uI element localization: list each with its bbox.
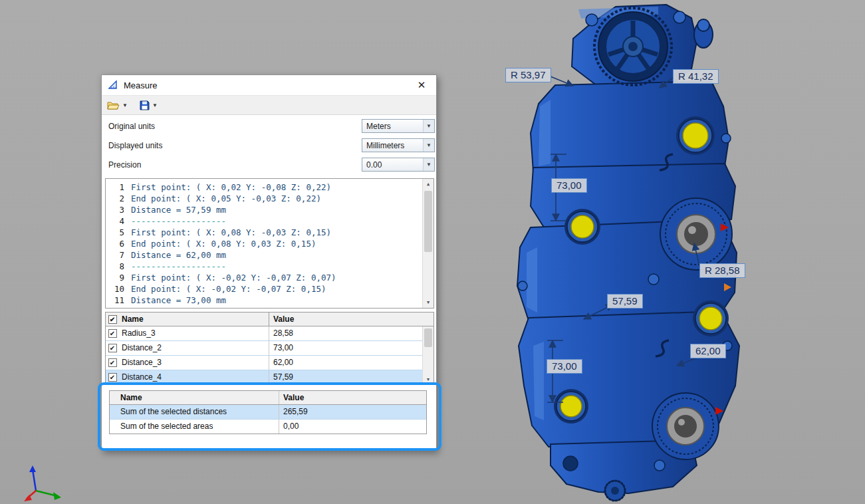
summary-table: Name Value Sum of the selected distances…: [109, 390, 427, 434]
dimension-label-57[interactable]: 57,59: [607, 294, 643, 309]
z-axis-arrow: [29, 465, 36, 472]
log-line: 5First point: ( X: 0,08 Y: -0,03 Z: 0,15…: [106, 227, 422, 238]
measurements-rows: ✔Radius_328,58✔Distance_273,00✔Distance_…: [106, 326, 422, 384]
measurement-value: 73,00: [269, 341, 422, 355]
save-button[interactable]: ▼: [140, 100, 158, 110]
field-row-displayed-units: Displayed units Millimeters ▼: [102, 136, 436, 155]
log-line-number: 9: [106, 272, 131, 283]
log-line-number: 8: [106, 261, 131, 272]
summary-name: Sum of the selected areas: [110, 420, 279, 434]
summary-name: Sum of the selected distances: [110, 405, 279, 419]
measurements-table: ✔ Name Value ✔Radius_328,58✔Distance_273…: [105, 312, 434, 385]
y-axis-arrow: [53, 492, 61, 500]
measurement-row[interactable]: ✔Radius_328,58: [106, 326, 422, 341]
dimension-label-73-lower[interactable]: 73,00: [547, 359, 582, 374]
measure-icon: [108, 80, 118, 90]
measurement-log[interactable]: 1First point: ( X: 0,02 Y: -0,08 Z: 0,22…: [105, 178, 434, 309]
open-dropdown-arrow[interactable]: ▼: [122, 102, 128, 108]
log-line: 10End point: ( X: -0,02 Y: -0,07 Z: 0,15…: [106, 283, 422, 295]
precision-label: Precision: [108, 160, 141, 170]
log-scrollbar[interactable]: ▲ ▼: [422, 179, 433, 308]
field-row-precision: Precision 0.00 ▼: [102, 155, 436, 174]
dimension-label-radius-41[interactable]: R 41,32: [673, 69, 719, 84]
dimension-label-radius-28[interactable]: R 28,58: [699, 263, 745, 278]
row-checkbox-cell: ✔: [106, 370, 119, 384]
coordinate-triad[interactable]: [24, 464, 66, 504]
scroll-down-icon[interactable]: ▼: [423, 297, 433, 308]
header-value[interactable]: Value: [269, 313, 433, 326]
header-value: Value: [279, 391, 426, 404]
log-line: 4-------------------: [106, 215, 422, 227]
original-units-value: Meters: [366, 122, 391, 131]
dimension-label-73-upper[interactable]: 73,00: [551, 178, 587, 193]
measure-dialog: Measure ✕ ▼ ▼ Original units Meters ▼: [101, 74, 437, 451]
precision-value: 0.00: [366, 160, 382, 170]
measurement-name: Distance_4: [119, 370, 269, 384]
log-line-text: Distance = 57,59 mm: [131, 204, 226, 215]
log-line-number: 10: [106, 283, 131, 295]
displayed-units-label: Displayed units: [108, 141, 162, 150]
open-folder-icon: [107, 100, 120, 110]
measurement-row[interactable]: ✔Distance_362,00: [106, 356, 422, 370]
chevron-down-icon[interactable]: ▼: [423, 158, 434, 171]
log-lines: 1First point: ( X: 0,02 Y: -0,08 Z: 0,22…: [106, 179, 422, 308]
scroll-down-icon[interactable]: ▼: [423, 374, 433, 384]
measurement-row[interactable]: ✔Distance_457,59: [106, 370, 422, 385]
chevron-down-icon[interactable]: ▼: [423, 120, 434, 132]
log-line: 11Distance = 73,00 mm: [106, 295, 422, 306]
measurements-table-header: ✔ Name Value: [106, 313, 433, 326]
row-checkbox-cell: ✔: [106, 341, 119, 355]
summary-value: 265,59: [279, 405, 426, 419]
measurement-value: 57,59: [269, 370, 422, 384]
bottom-spline-shaft: [605, 481, 625, 501]
dimension-label-62[interactable]: 62,00: [690, 344, 726, 358]
save-dropdown-arrow[interactable]: ▼: [152, 102, 158, 108]
original-units-label: Original units: [108, 122, 155, 131]
precision-select[interactable]: 0.00 ▼: [362, 158, 435, 172]
row-checkbox[interactable]: ✔: [108, 329, 117, 338]
summary-row[interactable]: Sum of the selected areas0,00: [110, 420, 426, 434]
log-line-text: First point: ( X: -0,02 Y: -0,07 Z: 0,07…: [131, 272, 336, 283]
summary-row[interactable]: Sum of the selected distances265,59: [110, 405, 426, 420]
measurement-name: Distance_3: [119, 356, 269, 370]
original-units-select[interactable]: Meters ▼: [362, 119, 435, 133]
log-scroll-thumb[interactable]: [424, 191, 432, 252]
log-line-text: -------------------: [131, 261, 226, 272]
dialog-titlebar[interactable]: Measure ✕: [102, 75, 436, 95]
row-checkbox[interactable]: ✔: [108, 358, 117, 367]
header-checkbox-cell: ✔: [106, 313, 119, 326]
table-scroll-thumb[interactable]: [424, 328, 432, 347]
open-button[interactable]: ▼: [107, 100, 128, 110]
measurement-name: Radius_3: [119, 326, 269, 340]
log-line-number: 7: [106, 249, 131, 261]
summary-value: 0,00: [279, 420, 426, 434]
displayed-units-select[interactable]: Millimeters ▼: [362, 138, 435, 152]
close-icon[interactable]: ✕: [413, 78, 430, 92]
log-line-number: 1: [106, 182, 131, 193]
row-checkbox[interactable]: ✔: [108, 373, 117, 382]
log-line-number: 3: [106, 204, 131, 215]
log-line-number: 5: [106, 227, 131, 238]
log-line-text: Distance = 73,00 mm: [131, 295, 226, 306]
log-line-text: End point: ( X: 0,08 Y: 0,03 Z: 0,15): [131, 238, 316, 249]
log-line-text: End point: ( X: 0,05 Y: -0,03 Z: 0,22): [131, 193, 321, 204]
dialog-toolbar: ▼ ▼: [102, 95, 436, 115]
row-checkbox-cell: ✔: [106, 326, 119, 340]
chevron-down-icon[interactable]: ▼: [423, 139, 434, 152]
table-scrollbar[interactable]: ▼: [422, 326, 433, 384]
displayed-units-value: Millimeters: [366, 141, 404, 150]
log-line-number: 2: [106, 193, 131, 204]
dimension-label-radius-53[interactable]: R 53,97: [505, 68, 551, 82]
row-checkbox-cell: ✔: [106, 356, 119, 370]
header-name[interactable]: Name: [119, 313, 269, 326]
dialog-title: Measure: [124, 80, 158, 90]
log-line-number: 6: [106, 238, 131, 249]
select-all-checkbox[interactable]: ✔: [108, 315, 117, 324]
row-checkbox[interactable]: ✔: [108, 344, 117, 352]
measurement-row[interactable]: ✔Distance_273,00: [106, 341, 422, 356]
save-floppy-icon: [140, 100, 150, 110]
scroll-up-icon[interactable]: ▲: [423, 179, 433, 189]
field-row-original-units: Original units Meters ▼: [102, 116, 436, 136]
log-line-number: 11: [106, 295, 131, 306]
log-line-text: -------------------: [131, 215, 226, 227]
